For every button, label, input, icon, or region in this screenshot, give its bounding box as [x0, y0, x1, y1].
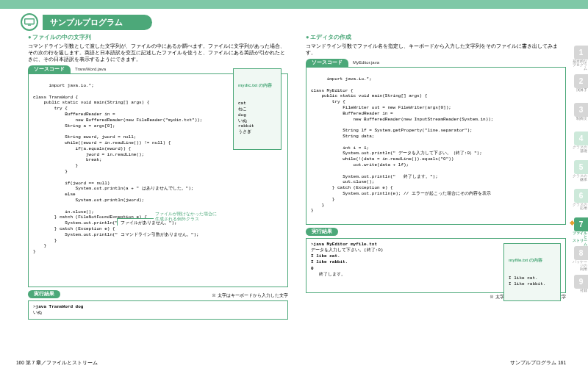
chapter-tab-7[interactable]: 7ファイルとストリーム — [570, 217, 588, 245]
source-filename: MyEditor.java — [353, 60, 379, 65]
tab-number: 2 — [574, 74, 588, 88]
chapter-tab-1[interactable]: 1基本的なプログラム — [570, 46, 588, 73]
monitor-icon — [21, 13, 38, 31]
chapter-tab-8[interactable]: 8パッケージの利用 — [570, 246, 588, 273]
chapter-tab-2[interactable]: 2演算子 — [570, 74, 588, 101]
svg-rect-0 — [25, 19, 35, 24]
right-src-header: ソースコード MyEditor.java — [306, 59, 566, 67]
source-label: ソースコード — [28, 65, 71, 73]
left-result-label: 実行結果 — [28, 290, 60, 298]
right-result-box: >java MyEditor myfile.txt データを入力して下さい。(終… — [306, 238, 566, 293]
left-note: ※ 太字はキーボードから入力した文字 — [212, 293, 288, 298]
svg-rect-1 — [28, 25, 31, 26]
source-filename: TransWord.java — [75, 67, 106, 71]
myfile-body: I like cat. I like rabbit. — [509, 275, 556, 287]
tab-number: 8 — [574, 246, 588, 260]
tab-label: 演算子 — [570, 89, 588, 93]
chapter-tab-9[interactable]: 9付録 — [570, 275, 588, 302]
chapter-tab-3[interactable]: 3制御文 — [570, 103, 588, 130]
right-result-label: 実行結果 — [306, 228, 338, 236]
tab-number: 9 — [574, 275, 588, 289]
tab-label: 制御文 — [570, 118, 588, 121]
chapter-tab-6[interactable]: 6クラスの応用 — [570, 189, 588, 216]
source-label: ソースコード — [306, 59, 348, 67]
left-code-box: import java.io.*; class TransWord { publ… — [28, 73, 288, 287]
exception-annotation: ファイルが開けなかった場合に 生成される例外クラス — [155, 212, 217, 221]
left-column: ファイルの中の文字列 コマンドライン引数として渡した文字列が、ファイルの中にある… — [28, 34, 288, 320]
footer-left: 160 第 7 章／ファイルとストリーム — [16, 360, 98, 367]
tab-label: クラスの基礎 — [570, 146, 588, 154]
tab-label: クラスの継承 — [570, 175, 588, 182]
tab-number: 7 — [574, 217, 588, 231]
myfile-title: myfile.txt の内容 — [509, 258, 556, 264]
left-lead: コマンドライン引数として渡した文字列が、ファイルの中にあるか調べます。ファイルに… — [28, 43, 288, 62]
top-bar — [0, 0, 588, 9]
left-result-box: >java TransWord dog いぬ — [28, 300, 288, 320]
tab-label: 基本的なプログラム — [570, 60, 588, 71]
tab-label: 付録 — [570, 289, 588, 293]
mydic-title: mydic.txt の内容 — [238, 83, 276, 89]
right-heading: エディタの作成 — [306, 34, 566, 41]
tab-number: 5 — [574, 160, 588, 174]
annotation-arrow — [117, 218, 154, 219]
left-code: import java.io.*; class TransWord { publ… — [33, 83, 202, 254]
right-code: import java.io.*; class MyEditor { publi… — [311, 76, 493, 213]
tab-label: クラスの応用 — [570, 203, 588, 211]
tab-number: 4 — [574, 132, 588, 145]
chapter-tab-4[interactable]: 4クラスの基礎 — [570, 132, 588, 159]
left-heading: ファイルの中の文字列 — [28, 34, 288, 41]
section-title-text: サンプルプログラム — [43, 15, 152, 30]
page-footer: 160 第 7 章／ファイルとストリーム サンプルプログラム 161 — [0, 360, 588, 367]
annotation-arrow-v — [117, 218, 118, 226]
tab-number: 1 — [574, 46, 588, 60]
chapter-tabs: 1基本的なプログラム2演算子3制御文4クラスの基礎5クラスの継承6クラスの応用7… — [570, 46, 588, 303]
tab-label: ファイルとストリーム — [570, 232, 588, 247]
mydic-body: cat ねこ dog いぬ rabbit うさぎ — [238, 101, 276, 135]
right-lead: コマンドライン引数でファイル名を指定し、キーボードから入力した文字列をそのファイ… — [306, 43, 566, 56]
tab-number: 3 — [574, 103, 588, 117]
footer-right: サンプルプログラム 161 — [510, 360, 566, 367]
tab-label: パッケージの利用 — [570, 261, 588, 272]
chapter-tab-5[interactable]: 5クラスの継承 — [570, 160, 588, 187]
left-result-input: java TransWord dog — [36, 304, 84, 309]
myfile-box: myfile.txt の内容 I like cat. I like rabbit… — [503, 243, 561, 301]
section-title: サンプルプログラム — [21, 13, 588, 31]
right-code-box: import java.io.*; class MyEditor { publi… — [306, 67, 566, 225]
right-column: エディタの作成 コマンドライン引数でファイル名を指定し、キーボードから入力した文… — [306, 34, 566, 320]
mydic-box: mydic.txt の内容 cat ねこ dog いぬ rabbit うさぎ — [233, 68, 282, 149]
tab-number: 6 — [574, 189, 588, 203]
